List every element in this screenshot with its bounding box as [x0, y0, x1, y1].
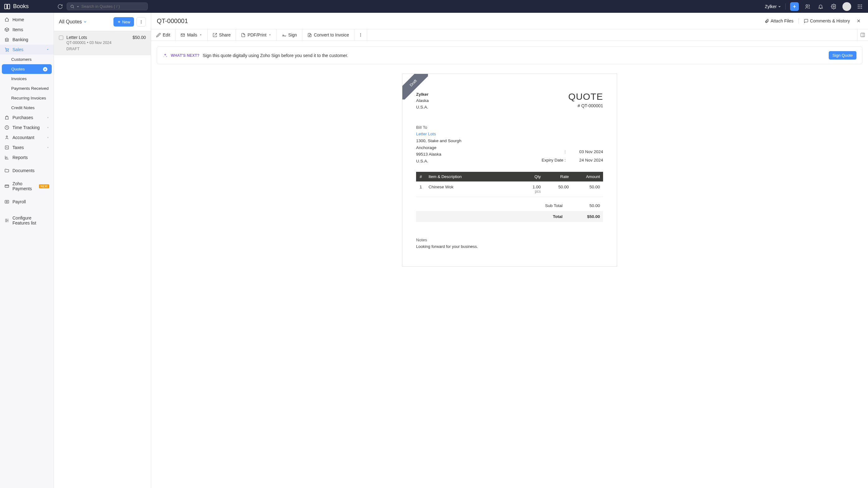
svg-point-3 — [806, 5, 808, 6]
paperclip-icon — [765, 19, 769, 23]
nav-credit-notes[interactable]: Credit Notes — [0, 103, 54, 113]
svg-rect-0 — [5, 4, 7, 9]
comment-icon — [804, 19, 808, 23]
nav-taxes[interactable]: Taxes — [0, 143, 54, 152]
nav-label: Customers — [11, 57, 31, 62]
settings-button[interactable] — [829, 2, 838, 11]
new-quote-button[interactable]: New — [114, 17, 134, 27]
nav-time-tracking[interactable]: Time Tracking — [0, 123, 54, 132]
nav-label: Sales — [12, 47, 23, 52]
svg-point-15 — [8, 51, 8, 52]
refresh-icon[interactable] — [57, 4, 63, 9]
quick-create-button[interactable] — [790, 2, 799, 11]
add-quote-icon[interactable]: + — [43, 67, 48, 71]
caret-right-icon — [47, 116, 49, 119]
nav-label: Banking — [12, 37, 28, 42]
sign-quote-button[interactable]: Sign Quote — [829, 51, 857, 60]
attach-files-button[interactable]: Attach Files — [765, 19, 794, 23]
share-button[interactable]: Share — [208, 29, 236, 40]
more-actions-button[interactable] — [354, 29, 367, 40]
nav-items[interactable]: Items — [0, 25, 54, 35]
total-label: Total — [525, 214, 563, 219]
svg-point-21 — [6, 201, 7, 202]
apps-grid-icon — [857, 4, 863, 9]
svg-point-22 — [141, 20, 142, 21]
nav-configure[interactable]: Configure Features list — [0, 213, 54, 228]
qty-value: 1.00 — [522, 185, 541, 189]
customer-name-link[interactable]: Letter Lots — [416, 131, 462, 138]
org-switcher[interactable]: Zylker — [765, 4, 781, 9]
chevron-down-icon[interactable] — [76, 5, 80, 8]
apps-button[interactable] — [856, 2, 864, 11]
payments-icon — [4, 184, 9, 189]
users-button[interactable] — [803, 2, 812, 11]
nav-banking[interactable]: Banking — [0, 35, 54, 44]
app-name: Books — [13, 3, 29, 10]
comments-history-button[interactable]: Comments & History — [804, 19, 850, 23]
item-rate: 50.00 — [544, 181, 572, 197]
nav-label: Purchases — [12, 115, 33, 120]
search-input[interactable] — [81, 4, 144, 9]
accountant-icon — [4, 135, 9, 140]
action-label: Edit — [163, 32, 170, 37]
nav-payroll[interactable]: Payroll — [0, 197, 54, 207]
nav-sales[interactable]: Sales — [0, 44, 54, 55]
bag-icon — [4, 115, 9, 120]
svg-point-11 — [858, 7, 859, 8]
nav-zoho-payments[interactable]: Zoho Payments NEW — [0, 179, 54, 194]
nav-accountant[interactable]: Accountant — [0, 132, 54, 143]
svg-point-24 — [141, 23, 142, 23]
comments-label: Comments & History — [810, 19, 850, 23]
convert-invoice-button[interactable]: Convert to Invoice — [302, 29, 354, 40]
sign-button[interactable]: Sign — [277, 29, 302, 40]
nav-recurring-invoices[interactable]: Recurring Invoices — [0, 93, 54, 103]
pdf-print-button[interactable]: PDF/Print — [236, 29, 277, 40]
nav-customers[interactable]: Customers — [0, 55, 54, 64]
nav-purchases[interactable]: Purchases — [0, 113, 54, 123]
action-label: Convert to Invoice — [314, 32, 349, 37]
edit-button[interactable]: Edit — [151, 29, 176, 40]
row-date: 03 Nov 2024 — [89, 40, 112, 45]
nav-payments-received[interactable]: Payments Received — [0, 84, 54, 93]
expand-button[interactable] — [858, 29, 868, 40]
nav-label: Recurring Invoices — [11, 96, 46, 100]
box-icon — [4, 27, 9, 32]
item-desc: Chinese Wok — [426, 181, 519, 197]
list-title-text: All Quotes — [59, 19, 82, 25]
row-checkbox[interactable] — [59, 35, 63, 40]
customer-country: U.S.A. — [416, 158, 462, 165]
chevron-down-icon — [778, 5, 781, 8]
nav-reports[interactable]: Reports — [0, 152, 54, 162]
nav-label: Reports — [12, 155, 28, 160]
notes-label: Notes — [416, 238, 603, 242]
nav-label: Zoho Payments — [12, 181, 35, 191]
svg-point-4 — [833, 6, 835, 7]
whats-next-banner: WHAT'S NEXT? Sign this quote digitally u… — [157, 47, 862, 64]
avatar[interactable] — [842, 2, 851, 11]
nav-home[interactable]: Home — [0, 14, 54, 25]
books-icon — [4, 3, 10, 10]
quote-list-row[interactable]: Letter Lots $50.00 QT-000001 • 03 Nov 20… — [54, 31, 151, 55]
notes-text: Looking forward for your business. — [416, 244, 603, 249]
org-name: Zylker — [765, 4, 777, 9]
spacer — [367, 29, 858, 40]
nav-invoices[interactable]: Invoices — [0, 74, 54, 84]
nav-quotes[interactable]: Quotes + — [2, 64, 52, 74]
notifications-button[interactable] — [816, 2, 825, 11]
detail-title: QT-000001 — [157, 18, 188, 25]
total-value: $50.00 — [563, 214, 600, 219]
nav-label: Quotes — [11, 67, 25, 71]
document-icon — [241, 33, 246, 37]
search-wrapper[interactable] — [67, 2, 148, 10]
svg-point-17 — [6, 136, 7, 137]
configure-icon — [4, 218, 9, 223]
bell-icon — [818, 4, 824, 9]
app-logo[interactable]: Books — [4, 3, 54, 10]
nav-label: Items — [12, 27, 23, 32]
nav-label: Home — [12, 17, 24, 22]
nav-documents[interactable]: Documents — [0, 165, 54, 176]
list-title-dropdown[interactable]: All Quotes — [59, 19, 87, 25]
close-detail-button[interactable] — [855, 17, 862, 25]
list-more-button[interactable] — [136, 17, 146, 27]
mails-button[interactable]: Mails — [176, 29, 208, 40]
